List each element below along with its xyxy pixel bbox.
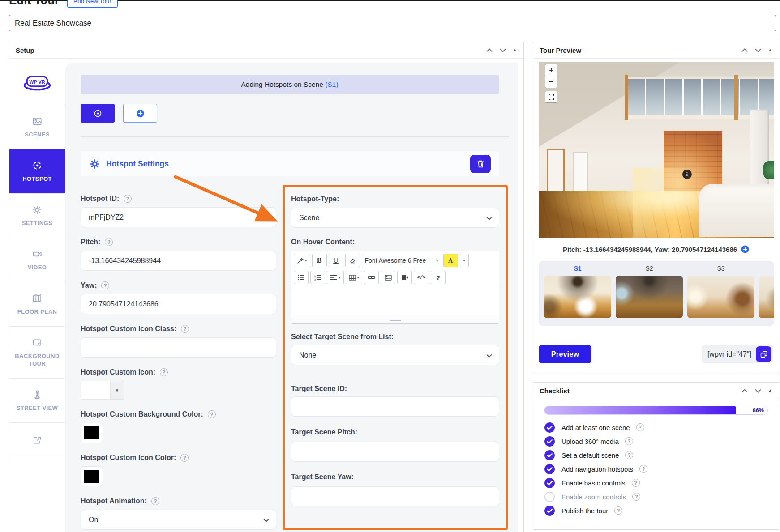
highlight-caret-icon[interactable]: ▾ [460, 254, 469, 267]
bold-icon[interactable]: B [312, 254, 327, 267]
divider [81, 136, 509, 137]
numbered-list-icon[interactable]: 123 [310, 271, 325, 284]
panel-move-down-icon[interactable] [499, 48, 506, 52]
highlight-color-icon[interactable]: A [443, 254, 458, 267]
checklist-item: Enable zoom controls ? [544, 492, 768, 502]
help-icon[interactable]: ? [208, 410, 216, 418]
scene-tab-s2[interactable]: S2 [616, 265, 683, 326]
icon-class-input[interactable] [81, 337, 276, 358]
eraser-icon[interactable] [345, 254, 360, 267]
scene-thumbnail[interactable] [616, 276, 683, 318]
panel-move-up-icon[interactable] [741, 389, 748, 393]
custom-icon-label: Hotspot Custom Icon: [81, 368, 155, 376]
scene-tab-s3[interactable]: S3 [687, 265, 754, 326]
sidebar-item-street-view[interactable]: STREET VIEW [9, 379, 65, 423]
link-icon[interactable] [364, 271, 379, 284]
scene-thumbnail[interactable] [544, 276, 611, 318]
help-icon[interactable]: ? [101, 281, 109, 289]
help-icon[interactable]: ? [614, 506, 622, 515]
sidebar-item-scenes[interactable]: SCENES [9, 105, 65, 149]
zoom-in-button[interactable]: + [545, 64, 557, 76]
align-icon[interactable]: ▾ [327, 271, 344, 284]
copy-shortcode-button[interactable] [756, 346, 771, 362]
bullet-list-icon[interactable] [294, 271, 309, 284]
help-icon[interactable]: ? [632, 479, 640, 487]
add-new-tour-button[interactable]: Add New Tour [67, 0, 118, 8]
target-scene-pitch-input[interactable] [291, 442, 499, 462]
table-icon[interactable]: ▾ [346, 271, 363, 284]
media-icon[interactable] [397, 271, 412, 284]
fullscreen-button[interactable] [545, 91, 557, 103]
yaw-input[interactable] [81, 294, 276, 314]
plant [763, 161, 774, 179]
target-scene-yaw-label: Target Scene Yaw: [291, 473, 354, 481]
magic-wand-icon[interactable]: ▾ [294, 254, 310, 267]
hotspot-id-input[interactable] [81, 207, 276, 227]
sidebar-item-video[interactable]: VIDEO [9, 238, 65, 282]
hotspot-mode-button[interactable] [81, 104, 115, 123]
zoom-out-button[interactable]: − [545, 76, 557, 88]
sidebar-item-external-link[interactable] [9, 423, 65, 458]
font-family-select[interactable]: Font Awesome 6 Free▾ [362, 254, 441, 267]
help-icon[interactable]: ? [105, 238, 113, 246]
panel-move-down-icon[interactable] [754, 48, 762, 52]
help-icon[interactable]: ? [124, 195, 132, 203]
help-icon[interactable]: ? [160, 368, 168, 376]
sidebar-item-hotspot[interactable]: HOTSPOT [9, 149, 65, 194]
help-icon[interactable]: ? [632, 493, 640, 501]
help-icon[interactable]: ? [639, 465, 647, 473]
panel-move-down-icon[interactable] [754, 389, 762, 393]
tour-preview-title: Tour Preview [540, 47, 581, 54]
scene-tab-s4-partial[interactable] [759, 265, 774, 326]
help-icon[interactable]: ? [181, 325, 189, 333]
image-icon[interactable] [381, 271, 395, 284]
custom-icon-upload[interactable]: ▼ [81, 381, 276, 400]
animation-select[interactable]: On [81, 510, 276, 530]
chevron-down-icon [486, 354, 492, 358]
sidebar-item-settings[interactable]: SETTINGS [9, 194, 65, 238]
unchecked-circle-icon [544, 491, 555, 502]
panel-collapse-icon[interactable]: ▲ [768, 388, 772, 393]
help-icon[interactable]: ? [180, 454, 189, 462]
editor-resize-handle[interactable] [291, 317, 499, 323]
color-chip [84, 426, 99, 439]
sidebar-item-background-tour[interactable]: BACKGROUND TOUR [9, 327, 65, 379]
scene-thumbnail[interactable] [687, 276, 754, 318]
background-color-picker[interactable] [81, 423, 103, 443]
add-hotspot-plus-icon[interactable] [741, 245, 749, 253]
chevron-down-icon[interactable]: ▼ [111, 381, 124, 400]
icon-color-picker[interactable] [81, 466, 103, 486]
target-scene-yaw-input[interactable] [291, 486, 499, 506]
sidebar-item-floor-plan[interactable]: FLOOR PLAN [9, 282, 65, 327]
tour-title-input[interactable] [9, 15, 776, 31]
help-icon[interactable]: ? [625, 451, 633, 459]
underline-icon[interactable]: U [329, 254, 343, 267]
add-hotspot-button[interactable] [123, 104, 157, 123]
source-code-icon[interactable]: </> [414, 271, 429, 284]
pitch-label: Pitch: [81, 238, 100, 246]
editor-content-area[interactable] [291, 287, 499, 317]
target-scene-id-input[interactable] [291, 396, 499, 417]
scene-thumbnail-strip: S1 S2 S3 [539, 261, 774, 326]
target-scene-select[interactable]: None [291, 345, 499, 365]
delete-hotspot-button[interactable] [470, 155, 491, 173]
preview-button[interactable]: Preview [539, 345, 591, 363]
hotspot-type-select[interactable]: Scene [291, 208, 499, 228]
help-icon[interactable]: ? [431, 271, 446, 284]
icon-preview-box[interactable] [81, 381, 111, 400]
pitch-input[interactable] [81, 251, 276, 271]
scene-thumbnail[interactable] [759, 276, 774, 318]
panel-move-up-icon[interactable] [486, 48, 493, 52]
check-circle-icon [544, 422, 555, 433]
gear-icon [90, 159, 99, 169]
panel-collapse-icon[interactable]: ▲ [513, 48, 517, 52]
panorama-viewer[interactable]: + − i [539, 62, 774, 238]
help-icon[interactable]: ? [151, 497, 159, 505]
color-chip [84, 470, 99, 483]
help-icon[interactable]: ? [636, 423, 644, 431]
svg-text:WP VR: WP VR [29, 79, 45, 84]
panel-move-up-icon[interactable] [741, 48, 748, 52]
panel-collapse-icon[interactable]: ▲ [768, 48, 772, 52]
help-icon[interactable]: ? [625, 437, 633, 445]
scene-tab-s1[interactable]: S1 [544, 265, 611, 326]
